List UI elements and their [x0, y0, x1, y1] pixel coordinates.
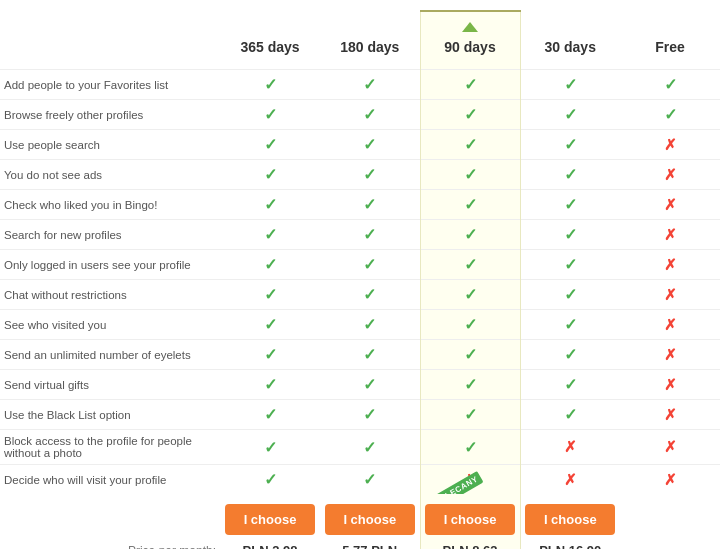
btn-cell-free [620, 494, 720, 539]
check-cell: ✓ [320, 160, 420, 190]
check-icon: ✓ [464, 406, 477, 423]
check-icon: ✓ [564, 106, 577, 123]
choose-button-365[interactable]: I choose [225, 504, 315, 535]
check-cell: ✓ [620, 70, 720, 100]
check-icon: ✓ [564, 226, 577, 243]
choose-button-30[interactable]: I choose [525, 504, 615, 535]
check-icon: ✓ [363, 471, 376, 488]
check-cell: ✓ [220, 130, 320, 160]
check-icon: ✓ [363, 439, 376, 456]
check-cell: ✗ [620, 465, 720, 495]
plan-header-30: 30 days [520, 11, 620, 70]
cross-icon: ✗ [664, 376, 677, 393]
check-cell: ✗ [620, 130, 720, 160]
check-cell: ✓ [420, 160, 520, 190]
check-icon: ✓ [464, 226, 477, 243]
btn-cell-30: I choose [520, 494, 620, 539]
check-icon: ✓ [564, 346, 577, 363]
check-icon: ✓ [264, 136, 277, 153]
table-row: Check who liked you in Bingo!✓✓✓✓✗ [0, 190, 720, 220]
check-cell: ✓ [620, 100, 720, 130]
price-free [620, 539, 720, 549]
check-cell: ✓ [520, 70, 620, 100]
check-cell: ✓ [520, 190, 620, 220]
feature-label: Use the Black List option [0, 400, 220, 430]
check-cell: ✓ [220, 310, 320, 340]
plan-header-180: 180 days [320, 11, 420, 70]
check-icon: ✓ [464, 286, 477, 303]
check-icon: ✓ [363, 376, 376, 393]
check-cell: ✗ [620, 190, 720, 220]
feature-label: Search for new profiles [0, 220, 220, 250]
choose-buttons-row: I choose I choose I choose I choose [0, 494, 720, 539]
cross-icon: ✗ [664, 166, 677, 183]
check-icon: ✓ [564, 256, 577, 273]
check-cell: ✗ [620, 370, 720, 400]
check-cell: ✓ [320, 190, 420, 220]
check-cell: ✓ [420, 250, 520, 280]
check-icon: ✓ [464, 76, 477, 93]
table-row: Chat without restrictions✓✓✓✓✗ [0, 280, 720, 310]
check-cell: ✓ [220, 160, 320, 190]
check-icon: ✓ [564, 136, 577, 153]
choose-button-90[interactable]: I choose [425, 504, 515, 535]
check-cell: ✓ [220, 250, 320, 280]
price-90: PLN 8.63 [420, 539, 520, 549]
check-icon: ✓ [363, 226, 376, 243]
check-cell: ✓ [220, 400, 320, 430]
check-cell: ✗ [620, 310, 720, 340]
check-icon: ✓ [264, 166, 277, 183]
feature-label: You do not see ads [0, 160, 220, 190]
table-row: Use people search✓✓✓✓✗ [0, 130, 720, 160]
check-icon: ✓ [264, 286, 277, 303]
check-cell: ✗ [620, 250, 720, 280]
cross-icon: ✗ [664, 256, 677, 273]
check-cell: ✗ [520, 465, 620, 495]
check-cell: ✗ [620, 340, 720, 370]
price-180: 5.77 PLN [320, 539, 420, 549]
check-icon: ✓ [464, 439, 477, 456]
check-cell: ✓ [220, 100, 320, 130]
table-row: Browse freely other profiles✓✓✓✓✓ [0, 100, 720, 130]
cross-icon: ✗ [664, 346, 677, 363]
cross-icon: ✗ [664, 316, 677, 333]
plan-header-365: 365 days [220, 11, 320, 70]
check-icon: ✓ [363, 316, 376, 333]
table-row: Search for new profiles✓✓✓✓✗ [0, 220, 720, 250]
feature-label: Browse freely other profiles [0, 100, 220, 130]
feature-label: Chat without restrictions [0, 280, 220, 310]
cross-icon: ✗ [664, 406, 677, 423]
table-row: See who visited you✓✓✓✓✗ [0, 310, 720, 340]
check-cell: ✓ [220, 370, 320, 400]
check-cell: ✓ [520, 340, 620, 370]
check-icon: ✓ [464, 346, 477, 363]
cross-icon: ✗ [564, 471, 577, 488]
check-cell: ✓ [420, 400, 520, 430]
check-cell: ✓ [320, 465, 420, 495]
check-cell: ✓ [420, 130, 520, 160]
check-cell: ✗ [620, 280, 720, 310]
arrow-up-icon [462, 22, 478, 32]
feature-label: Use people search [0, 130, 220, 160]
check-cell: ✗ [620, 220, 720, 250]
price-label: Price per month: [0, 539, 220, 549]
check-cell: ✗ [620, 160, 720, 190]
check-cell: ✓ [220, 340, 320, 370]
check-cell: ✓ [520, 280, 620, 310]
check-cell: ✓ [320, 370, 420, 400]
cross-icon: ✗ [664, 136, 677, 153]
check-cell: ✗ [520, 430, 620, 465]
check-cell: ✓ [520, 100, 620, 130]
check-cell: ✓ [320, 340, 420, 370]
check-cell: ✓ [420, 340, 520, 370]
cross-icon: ✗ [664, 286, 677, 303]
check-icon: ✓ [464, 166, 477, 183]
table-row: Decide who will visit your profile✓✓✗Pol… [0, 465, 720, 495]
check-cell: ✓ [220, 190, 320, 220]
check-cell: ✓ [420, 430, 520, 465]
check-cell: ✓ [220, 70, 320, 100]
choose-button-180[interactable]: I choose [325, 504, 415, 535]
check-icon: ✓ [363, 166, 376, 183]
feature-label: Only logged in users see your profile [0, 250, 220, 280]
feature-label: Check who liked you in Bingo! [0, 190, 220, 220]
